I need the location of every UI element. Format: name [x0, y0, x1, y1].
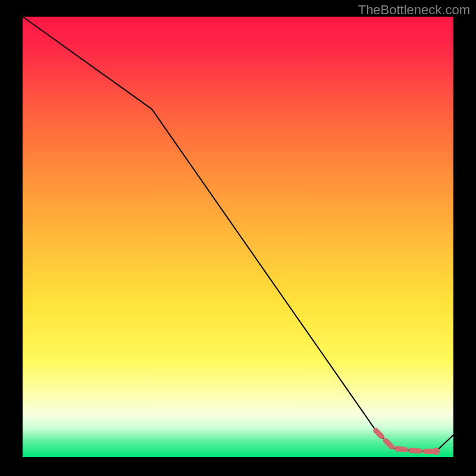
watermark-label: TheBottleneck.com — [358, 2, 470, 18]
sweet-spot-point — [433, 447, 440, 455]
plot-background — [23, 17, 453, 457]
bottleneck-chart — [0, 0, 476, 476]
chart-frame: TheBottleneck.com — [0, 0, 476, 476]
